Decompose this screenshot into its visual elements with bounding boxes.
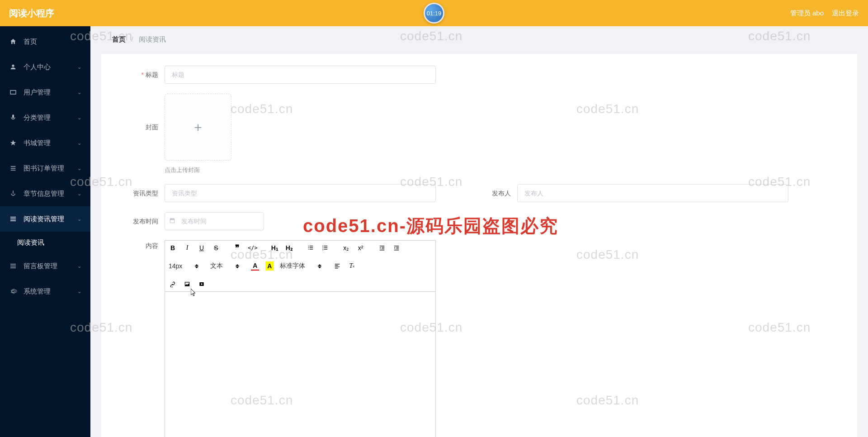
font-family-select[interactable]: 标准字体 [280, 262, 327, 270]
sidebar-item-label: 章节信息管理 [24, 190, 77, 198]
quote-button[interactable]: ❞ [233, 243, 241, 252]
sidebar-item-users[interactable]: 用户管理 ⌄ [0, 80, 90, 105]
sidebar-item-chapters[interactable]: 章节信息管理 ⌄ [0, 181, 90, 206]
align-button[interactable] [333, 261, 341, 271]
home-icon [9, 38, 17, 46]
chevron-down-icon: ⌄ [77, 289, 81, 294]
sidebar-item-label: 个人中心 [24, 63, 77, 71]
timer-badge: 01:19 [424, 3, 444, 24]
main-content: 首页 / 阅读资讯 *标题 封面 ＋ 点击上传封面 [90, 26, 868, 437]
breadcrumb: 首页 / 阅读资讯 [90, 26, 868, 48]
type-input[interactable] [165, 184, 436, 202]
cover-hint: 点击上传封面 [165, 166, 231, 174]
type-label: 资讯类型 [119, 184, 165, 202]
header-bar: 阅读小程序 01:19 管理员 abo 退出登录 [0, 0, 868, 26]
chevron-down-icon: ⌄ [77, 166, 81, 171]
sidebar-item-label: 书城管理 [24, 139, 77, 147]
card-icon [9, 88, 17, 96]
bg-color-button[interactable]: A [265, 261, 274, 271]
sidebar-item-profile[interactable]: 个人中心 ⌄ [0, 54, 90, 80]
admin-label[interactable]: 管理员 abo [790, 9, 824, 18]
sidebar-subitem-label: 阅读资讯 [17, 238, 44, 247]
breadcrumb-home[interactable]: 首页 [112, 35, 126, 43]
app-title: 阅读小程序 [9, 7, 54, 19]
strike-button[interactable]: S [212, 243, 220, 252]
list-icon [9, 164, 17, 172]
gear-icon [9, 287, 17, 295]
sidebar-item-system[interactable]: 系统管理 ⌄ [0, 279, 90, 304]
underline-button[interactable]: U [198, 243, 206, 252]
clear-format-button[interactable]: Tx [348, 261, 356, 271]
outdent-button[interactable] [378, 243, 386, 252]
link-button[interactable] [169, 280, 177, 289]
image-button[interactable] [183, 280, 191, 289]
sidebar-item-label: 留言板管理 [24, 262, 77, 271]
sidebar-subitem-news[interactable]: 阅读资讯 [0, 232, 90, 253]
indent-button[interactable] [392, 243, 401, 252]
video-button[interactable] [198, 280, 206, 289]
font-size-select[interactable]: 14px [169, 262, 204, 270]
superscript-button[interactable]: x² [357, 243, 365, 252]
h1-button[interactable]: H₁ [271, 243, 279, 252]
chevron-down-icon: ⌄ [77, 115, 81, 121]
sidebar-item-label: 图书订单管理 [24, 164, 77, 173]
sidebar-item-label: 首页 [24, 38, 81, 46]
publisher-input[interactable] [517, 184, 788, 202]
star-icon [9, 139, 17, 147]
plus-icon: ＋ [192, 119, 204, 136]
bullet-list-button[interactable] [321, 243, 329, 252]
editor-content[interactable] [165, 292, 435, 437]
sidebar-item-guestbook[interactable]: 留言板管理 ⌄ [0, 253, 90, 279]
timer-value: 01:19 [427, 10, 442, 17]
sidebar-item-home[interactable]: 首页 [0, 29, 90, 54]
power-icon [9, 190, 17, 198]
calendar-icon [169, 218, 175, 225]
logout-button[interactable]: 退出登录 [832, 9, 859, 18]
mic-icon [9, 114, 17, 122]
block-format-select[interactable]: 文本 [210, 262, 245, 270]
sidebar-item-category[interactable]: 分类管理 ⌄ [0, 105, 90, 130]
form-container: *标题 封面 ＋ 点击上传封面 资讯类型 [101, 54, 857, 437]
sidebar-item-label: 系统管理 [24, 287, 77, 296]
svg-point-0 [322, 246, 323, 247]
rich-editor: B I U S ❞ </> H₁ H₂ [165, 240, 436, 437]
sidebar-item-label: 阅读资讯管理 [24, 215, 77, 223]
svg-point-1 [322, 247, 323, 248]
text-color-button[interactable]: A [251, 261, 259, 271]
italic-button[interactable]: I [183, 243, 191, 252]
sidebar-item-label: 用户管理 [24, 88, 77, 97]
subscript-button[interactable]: x₂ [342, 243, 350, 252]
time-label: 发布时间 [119, 212, 165, 230]
user-icon [9, 63, 17, 71]
title-input[interactable] [165, 66, 436, 84]
menu-icon [9, 262, 17, 270]
chevron-down-icon: ⌄ [77, 191, 81, 197]
chevron-down-icon: ⌄ [77, 216, 81, 222]
title-label: *标题 [119, 66, 165, 84]
cover-upload[interactable]: ＋ [165, 94, 231, 161]
time-input[interactable] [165, 212, 264, 230]
sidebar-item-bookstore[interactable]: 书城管理 ⌄ [0, 130, 90, 156]
cover-label: 封面 [119, 94, 165, 161]
chevron-down-icon: ⌄ [77, 90, 81, 95]
publisher-label: 发布人 [472, 184, 517, 202]
sidebar: 首页 个人中心 ⌄ 用户管理 ⌄ 分类管理 ⌄ 书城管理 ⌄ 图书订单管理 ⌄ [0, 26, 90, 437]
chevron-down-icon: ⌄ [77, 140, 81, 146]
menu-icon [9, 215, 17, 223]
code-button[interactable]: </> [248, 243, 258, 252]
breadcrumb-current: 阅读资讯 [139, 35, 166, 43]
content-label: 内容 [119, 240, 165, 251]
ordered-list-button[interactable] [307, 243, 315, 252]
editor-toolbar: B I U S ❞ </> H₁ H₂ [165, 241, 435, 292]
chevron-down-icon: ⌄ [77, 263, 81, 269]
sidebar-item-news[interactable]: 阅读资讯管理 ⌄ [0, 206, 90, 232]
sidebar-item-orders[interactable]: 图书订单管理 ⌄ [0, 156, 90, 181]
sidebar-item-label: 分类管理 [24, 114, 77, 122]
bold-button[interactable]: B [169, 243, 177, 252]
svg-point-2 [322, 249, 323, 250]
breadcrumb-separator: / [131, 35, 133, 43]
chevron-down-icon: ⌄ [77, 64, 81, 70]
h2-button[interactable]: H₂ [285, 243, 293, 252]
